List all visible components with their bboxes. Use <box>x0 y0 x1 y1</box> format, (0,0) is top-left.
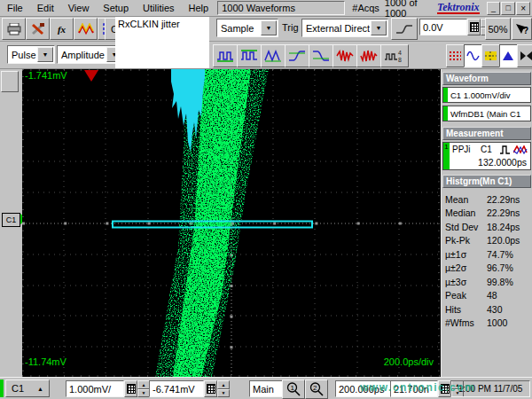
stat-label: Median <box>442 207 487 218</box>
channel-marker-label[interactable]: C1 <box>2 213 20 227</box>
fall-time-icon <box>312 50 330 62</box>
vertical-scale-input[interactable]: 1.000mV/ <box>66 380 124 397</box>
window-minimize-button[interactable]: _ <box>487 2 501 15</box>
measurement-item[interactable]: 1 PPJi C1 132.0000ps <box>442 142 531 170</box>
measure-category-value: Pulse <box>8 50 36 60</box>
waveform-section-header: Waveform <box>442 72 531 85</box>
graticule[interactable]: -1.741mV -11.74mV 200.0ps/div <box>22 69 441 377</box>
channel-select-button[interactable]: C1 ▲ <box>5 379 50 397</box>
channel-select-label: C1 <box>12 383 24 394</box>
mag1-digit: 1 <box>291 384 295 392</box>
stat-value: 99.8% <box>487 277 513 287</box>
tools-button[interactable] <box>26 18 50 40</box>
pulse-glyph-icon <box>500 145 511 154</box>
meas-fall-button[interactable] <box>309 44 333 67</box>
meas-low-button[interactable] <box>237 44 262 67</box>
stat-value: 430 <box>487 304 503 315</box>
graticule-canvas <box>22 69 441 377</box>
stat-row-peak: Peak48 <box>442 289 532 303</box>
horizontal-scale-input[interactable]: 200.000ps <box>335 380 394 397</box>
left-strip-button[interactable] <box>1 71 19 92</box>
step-down-button[interactable]: ▼ <box>137 389 150 398</box>
measure-subcategory-value: Amplitude <box>58 50 106 60</box>
menu-help[interactable]: Help <box>182 1 216 15</box>
menu-utilities[interactable]: Utilities <box>136 1 181 15</box>
mag2-button[interactable]: 2 <box>305 379 328 399</box>
meas-rise-button[interactable] <box>285 44 309 67</box>
acqs-label: #Acqs <box>352 3 379 13</box>
tooltip-box: RxCLKIN jitter <box>115 17 209 68</box>
waveform-setup-button[interactable] <box>74 18 98 40</box>
waveform-database-button[interactable] <box>481 44 500 67</box>
display-vector-button[interactable] <box>464 44 482 67</box>
step-up-button[interactable]: ▲ <box>217 380 230 389</box>
waveform-item-c1[interactable]: C1 1.000mV/div <box>442 87 531 103</box>
stat-row-mean: Mean22.29ns <box>442 192 532 207</box>
trigger-level-input[interactable]: 0.0V <box>419 19 467 35</box>
menu-file[interactable]: File <box>0 1 30 15</box>
channel-color-bar <box>443 106 448 121</box>
keypad-button[interactable] <box>124 380 137 397</box>
chevron-down-icon[interactable]: ▼ <box>37 47 53 62</box>
measurement-source: C1 <box>481 145 492 154</box>
keypad-button[interactable] <box>438 380 451 397</box>
context-help-button[interactable]: ? <box>512 18 532 40</box>
toolbar-main: fx C Sample ▼ Trig External Direct ▼ <box>0 16 532 42</box>
toolbar-measure: Pulse ▼ Amplitude ▼ <box>0 42 532 69</box>
trigger-source-value: External Direct <box>302 23 370 34</box>
stat-row-median: Median22.29ns <box>442 207 532 221</box>
chevron-down-icon[interactable]: ▼ <box>261 20 277 35</box>
menu-view[interactable]: View <box>61 1 97 15</box>
menu-edit[interactable]: Edit <box>30 1 61 15</box>
meas-amplitude-button[interactable] <box>261 44 286 67</box>
waveform-count-readout: 1000 Waveforms <box>217 1 345 15</box>
keypad-button[interactable] <box>467 19 481 35</box>
stat-row-mu2sigma: µ±2σ96.7% <box>442 262 532 276</box>
stat-value: 48 <box>487 290 497 301</box>
mag1-button[interactable]: 1 <box>282 379 305 399</box>
vertical-scale-group: 1.000mV/ ▲ ▼ <box>66 380 150 397</box>
trigger-slope-button[interactable] <box>391 18 418 40</box>
measure-subcategory-select[interactable]: Amplitude ▼ <box>57 45 124 64</box>
print-button[interactable] <box>2 18 26 40</box>
menu-setup[interactable]: Setup <box>96 1 136 15</box>
mask-test-button[interactable] <box>517 44 532 67</box>
fx-button[interactable]: fx <box>50 18 74 40</box>
svg-text:?: ? <box>523 26 528 35</box>
window-close-button[interactable]: × <box>516 2 530 15</box>
measure-category-select[interactable]: Pulse ▼ <box>7 45 55 64</box>
set-level-50-button[interactable]: 50% <box>485 18 511 40</box>
timebase-select[interactable]: Main <box>249 380 283 397</box>
meas-high-button[interactable] <box>213 44 238 67</box>
help-cursor-icon: ? <box>515 23 529 35</box>
clock-display: 1:00 PM 11/7/05 <box>450 380 530 397</box>
stat-row-hits: Hits430 <box>442 302 532 317</box>
histogram-icon <box>502 51 515 61</box>
meas-noise-button[interactable] <box>356 44 381 67</box>
stat-row-stddev: Std Dev18.24ps <box>442 220 532 234</box>
tooltip-text: RxCLKIN jitter <box>118 19 180 29</box>
keypad-button[interactable] <box>204 380 217 397</box>
chevron-down-icon[interactable]: ▼ <box>371 20 387 35</box>
trigger-level-group: 0.0V ▲ ▼ <box>419 19 493 35</box>
trigger-source-select[interactable]: External Direct ▼ <box>301 19 388 37</box>
waveform-item-wfmdb[interactable]: WfmDB1 (Main C1 <box>442 106 531 121</box>
meas-jitter-button[interactable] <box>332 44 357 67</box>
step-down-button[interactable]: ▼ <box>217 389 230 398</box>
acquisition-mode-value: Sample <box>217 23 260 34</box>
keypad-icon <box>470 22 479 32</box>
vertical-offset-input[interactable]: -6.741mV <box>149 380 204 397</box>
horizontal-position-input[interactable]: 21.700n <box>390 380 438 397</box>
keypad-icon <box>127 384 136 394</box>
stat-value: 74.7% <box>487 249 513 260</box>
vertical-offset-group: -6.741mV ▲ ▼ <box>149 380 230 397</box>
meas-bitrate-button[interactable]: 4 8 <box>380 44 409 67</box>
display-dots-button[interactable] <box>446 44 465 67</box>
step-up-button[interactable]: ▲ <box>137 380 150 389</box>
window-restore-button[interactable]: □ <box>501 2 515 15</box>
menu-bar: File Edit View Setup Utilities Help 1000… <box>0 0 532 17</box>
vertical-top-label: -1.741mV <box>25 70 67 81</box>
display-area: C1 <box>0 69 532 377</box>
acquisition-mode-select[interactable]: Sample ▼ <box>216 19 278 37</box>
histogram-mode-button[interactable] <box>499 44 518 67</box>
